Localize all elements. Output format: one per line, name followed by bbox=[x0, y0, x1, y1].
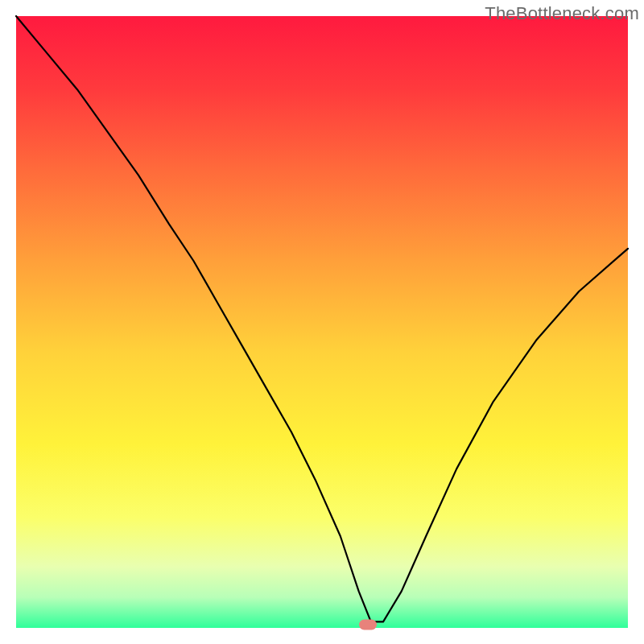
chart-container: TheBottleneck.com bbox=[0, 0, 644, 644]
optimum-marker bbox=[359, 620, 377, 630]
bottleneck-plot bbox=[0, 0, 644, 644]
plot-background bbox=[16, 16, 628, 628]
watermark-text: TheBottleneck.com bbox=[485, 3, 639, 24]
